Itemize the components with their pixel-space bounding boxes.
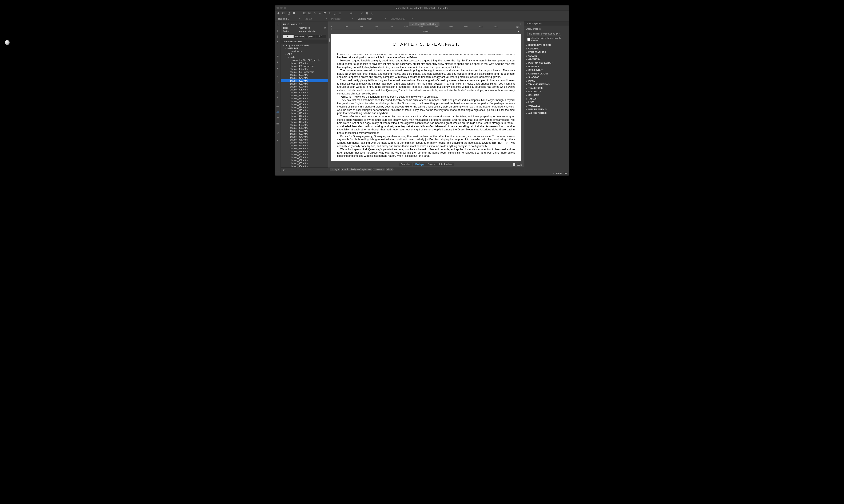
tree-item[interactable]: chapter_020.xhtml [281,124,328,126]
tree-item[interactable]: chapter_015.xhtml [281,109,328,112]
tree-item[interactable]: chapter_009.xhtml [281,91,328,94]
close-window-button[interactable] [276,7,279,9]
tree-item[interactable]: chapter_032.xhtml [281,159,328,162]
quote-icon[interactable]: " [276,139,280,143]
tree-item[interactable]: chapter_033.xhtml [281,162,328,165]
insert-audio-button[interactable] [328,11,332,15]
tool-phone-button[interactable] [365,11,369,15]
view-mode-wysiwyg[interactable]: Wysiwyg [413,163,426,166]
tree-item[interactable]: ▾META-INF [281,47,328,50]
align-justify-button[interactable] [276,122,280,126]
style-section-image[interactable]: IMAGE [526,79,568,83]
bullet-list-button[interactable]: ≡ [276,74,280,79]
paragraph[interactable]: You could pretty plainly tell how long e… [337,79,515,95]
add-tab-button[interactable]: + [519,22,523,25]
indent-button[interactable]: ≥ [276,95,280,99]
meta-gear-icon[interactable]: ⚙ [324,26,326,29]
tree-item[interactable]: chapter_008.xhtml [281,88,328,91]
insert-hr-button[interactable] [338,11,342,15]
tool-css-button[interactable] [370,11,374,15]
tree-item[interactable]: chapter_001.xhtml [281,61,328,65]
align-right-button[interactable] [276,116,280,120]
width-mode-select[interactable]: Variable width [356,17,388,21]
tree-item[interactable]: chapter_002.xhtml [281,68,328,70]
tab-toc[interactable]: ToC [315,35,326,38]
tree-item[interactable]: chapter_019.xhtml [281,121,328,124]
tree-item[interactable]: chapter_012.xhtml [281,100,328,103]
paragraph[interactable]: I quickly followed suit, and descending … [337,53,515,59]
style-section-transitions[interactable]: TRANSITIONS [526,86,568,90]
tree-item[interactable]: chapter_001_overlay.smil [281,65,328,68]
code-view-icon[interactable]: ⟨⟩ [276,23,280,27]
insert-link-button[interactable] [318,11,322,15]
style-section-flexibility[interactable]: FLEXIBILITY [526,90,568,93]
tree-item[interactable]: chapter_021.xhtml [281,126,328,129]
paragraph[interactable]: The bar-room was now full of the boarder… [337,69,515,79]
pause-icon[interactable]: ∥ [276,35,280,39]
style-section-position-and-layout[interactable]: POSITION AND LAYOUT [526,61,568,65]
style-section-lists[interactable]: LISTS [526,101,568,104]
open-file-button[interactable] [281,11,286,15]
tree-item[interactable]: chapter_024.xhtml [281,135,328,138]
paragraph[interactable]: They say that men who have seen the worl… [337,98,515,115]
insert-anchor-button[interactable] [313,11,317,15]
insert-table-button[interactable] [303,11,307,15]
tree-item[interactable]: chapter_002_overlay.smil [281,70,328,73]
direction-toggle-button[interactable]: ⇄ [276,130,280,134]
tree-item[interactable]: chapter_006.xhtml [281,82,328,85]
paragraph[interactable]: But as for Queequeg—why, Queequeg sat th… [337,135,515,148]
underline-button[interactable]: U [276,66,280,70]
sidebar-gear-icon[interactable]: ⚙ [282,168,285,171]
tree-item[interactable]: container.xml [281,50,328,53]
style-section-general[interactable]: GENERAL [526,47,568,51]
copyright-icon[interactable]: C [276,40,280,44]
tree-item[interactable]: chapter_028.xhtml [281,147,328,150]
style-section-font-features[interactable]: FONT FEATURES [526,51,568,54]
style-section-geometry[interactable]: GEOMETRY [526,58,568,61]
zoom-control[interactable]: 100% [513,163,522,166]
tree-item[interactable]: ▾OPS [281,53,328,56]
maximize-window-button[interactable] [284,7,287,9]
style-section-tables[interactable]: TABLES [526,97,568,101]
align-left-button[interactable] [276,104,280,108]
tree-item[interactable]: chapter_026.xhtml [281,141,328,144]
tree-item[interactable]: chapter_034.xhtml [281,165,328,167]
paragraph[interactable]: We will not speak of all Queequeg's pecu… [337,148,515,158]
tab-files[interactable]: F… [283,35,294,38]
tree-item[interactable]: chapter_027.xhtml [281,144,328,147]
view-mode-source[interactable]: Source [426,163,437,166]
zoom-slider-handle-icon[interactable] [513,163,515,166]
tree-item[interactable]: chapter_010.xhtml [281,94,328,97]
tree-item[interactable]: chapter_007.xhtml [281,85,328,88]
style-section-borders[interactable]: BORDERS [526,65,568,68]
editor-tab[interactable]: Moby-Dick [file:/…/chapt… [409,22,440,26]
tree-item[interactable]: chapter_031.xhtml [281,156,328,159]
warning-icon[interactable]: ! [276,29,280,33]
hover-checkbox[interactable] [527,38,530,41]
block-format-select[interactable]: Heading 1 [276,17,302,21]
minimize-window-button[interactable] [280,7,282,9]
tree-item[interactable]: chapter_025.xhtml [281,138,328,141]
insert-video-button[interactable] [323,11,327,15]
tree-item[interactable]: chapter_023.xhtml [281,132,328,135]
tree-item[interactable]: ▾moby-dick-mo-20120214 [281,44,328,47]
element-id-select[interactable]: (no ID) [303,17,328,21]
tree-item[interactable]: ▾audio [281,56,328,59]
breadcrumb-item[interactable]: <body> [330,168,340,171]
tree-item[interactable]: chapter_005.xhtml [281,79,328,82]
paragraph[interactable]: "Grub, ho!" now cried the landlord, flin… [337,95,515,98]
style-section-responsive-design[interactable]: RESPONSIVE DESIGN [526,43,568,47]
chapter-heading[interactable]: Chapter 5. Breakfast. [337,42,515,47]
element-class-select[interactable]: (no class) [330,17,355,21]
tree-item[interactable]: chapter_018.xhtml [281,118,328,121]
new-document-button[interactable] [287,11,291,15]
tree-item[interactable]: chapter_017.xhtml [281,115,328,118]
style-section-shadows[interactable]: SHADOWS [526,75,568,79]
style-section-miscellaneous[interactable]: MISCELLANEOUS [526,108,568,111]
align-center-button[interactable] [276,110,280,114]
style-panel-tab[interactable]: Style Properties [524,21,569,26]
paragraph[interactable]: These reflections just here are occasion… [337,115,515,135]
style-section-transformations[interactable]: TRANSFORMATIONS [526,83,568,86]
insert-image-button[interactable] [308,11,312,15]
tree-item[interactable]: chapter_029.xhtml [281,150,328,153]
